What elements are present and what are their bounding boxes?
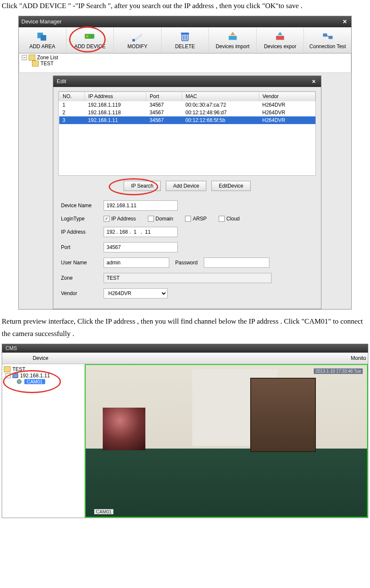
port-label: Port xyxy=(61,244,104,250)
modify-icon xyxy=(131,31,144,42)
edit-dialog: Edit × NO. IP Address Port MAC Vendor 11… xyxy=(53,75,321,309)
add-device-button[interactable]: ADD DEVICE xyxy=(66,27,114,53)
instruction-text-2: Return preview interface, Click the IP a… xyxy=(2,316,368,340)
table-row[interactable]: 1192.168.1.1193456700:0c:30:a7:ca:72H264… xyxy=(59,101,315,109)
cms-title: CMS xyxy=(6,345,17,351)
edit-title: Edit xyxy=(57,78,66,84)
connection-test-button[interactable]: Connection Test xyxy=(304,27,351,53)
login-type-label: LoginType xyxy=(61,216,104,222)
edit-device-button[interactable]: EditDevice xyxy=(211,181,250,191)
table-row-selected[interactable]: 3192.168.1.113456700:12:12:66:5f:5bH264D… xyxy=(59,116,315,124)
device-search-grid[interactable]: NO. IP Address Port MAC Vendor 1192.168.… xyxy=(58,91,316,176)
folder-icon xyxy=(29,55,35,61)
video-scene-door xyxy=(250,378,316,452)
svg-rect-16 xyxy=(329,36,332,39)
devices-export-button[interactable]: Devices expor xyxy=(257,27,304,53)
cms-body: TEST – 192.168.1.11 CAM01 2013-1-10 17:3… xyxy=(2,364,368,518)
delete-button[interactable]: DELETE xyxy=(162,27,209,53)
col-ip[interactable]: IP Address xyxy=(85,92,146,101)
login-type-cloud[interactable]: Cloud xyxy=(219,216,240,222)
login-type-domain[interactable]: Domain xyxy=(148,216,173,222)
device-manager-window: Device Manager × ADD AREA ADD DEVICE MOD… xyxy=(18,16,352,310)
video-channel-label: CAM01 xyxy=(94,509,113,514)
close-icon[interactable]: × xyxy=(341,18,349,26)
devices-import-button[interactable]: Devices import xyxy=(209,27,257,53)
dm-title: Device Manager xyxy=(21,18,62,25)
add-area-icon xyxy=(36,31,49,42)
login-type-arsp[interactable]: ARSP xyxy=(185,216,207,222)
instruction-text-1: Click "ADD DEVICE " -"IP Search ", after… xyxy=(2,0,368,12)
folder-icon xyxy=(32,61,39,67)
vendor-select[interactable]: H264DVR xyxy=(104,288,168,298)
tab-monitor[interactable]: Monito xyxy=(341,355,368,361)
col-port[interactable]: Port xyxy=(146,92,182,101)
import-icon xyxy=(226,31,239,42)
folder-icon xyxy=(4,366,11,372)
svg-rect-11 xyxy=(228,36,237,40)
video-viewport[interactable]: 2013-1-10 17:33:48 Tue CAM01 xyxy=(85,364,368,518)
vendor-label: Vendor xyxy=(61,290,104,296)
dm-body: –Zone List TEST Edit × NO. IP Address Po… xyxy=(19,53,351,309)
cms-device-tree[interactable]: TEST – 192.168.1.11 CAM01 xyxy=(2,364,85,518)
zone-field xyxy=(104,273,272,283)
zone-label: Zone xyxy=(61,275,104,281)
ip-address-field[interactable] xyxy=(104,227,178,237)
password-label: Password xyxy=(169,260,204,266)
dm-titlebar: Device Manager × xyxy=(19,16,351,27)
login-type-ip[interactable]: ✓IP Address xyxy=(104,216,136,222)
svg-rect-1 xyxy=(41,35,46,41)
modify-button[interactable]: MODIFY xyxy=(114,27,162,53)
svg-rect-13 xyxy=(276,36,284,40)
add-device-dialog-button[interactable]: Add Device xyxy=(166,181,206,191)
zone-tree[interactable]: –Zone List TEST xyxy=(19,53,351,73)
dm-toolbar: ADD AREA ADD DEVICE MODIFY DELETE Device… xyxy=(19,27,351,53)
edit-titlebar: Edit × xyxy=(53,76,321,87)
collapse-icon[interactable]: – xyxy=(22,55,27,60)
delete-icon xyxy=(179,31,191,42)
svg-rect-5 xyxy=(133,39,135,41)
close-icon[interactable]: × xyxy=(310,78,318,85)
col-vendor[interactable]: Vendor xyxy=(259,92,315,101)
username-label: User Name xyxy=(61,260,104,266)
cms-window: CMS Device Monito TEST – 192.168.1.11 CA… xyxy=(2,344,368,518)
username-field[interactable] xyxy=(104,258,169,268)
ip-address-label: IP Address xyxy=(61,229,104,235)
export-icon xyxy=(274,31,286,42)
svg-marker-12 xyxy=(230,32,235,35)
video-scene-vase xyxy=(103,408,145,450)
device-name-field[interactable] xyxy=(104,200,178,211)
device-form: Device Name LoginType ✓IP Address Domain… xyxy=(53,196,321,309)
connection-test-icon xyxy=(321,31,334,42)
add-area-button[interactable]: ADD AREA xyxy=(19,27,66,53)
search-button-row: IP Search Add Device EditDevice xyxy=(53,181,321,191)
col-no[interactable]: NO. xyxy=(59,92,85,101)
col-mac[interactable]: MAC xyxy=(182,92,259,101)
svg-rect-10 xyxy=(181,32,189,34)
svg-rect-15 xyxy=(323,33,327,37)
cms-tabbar: Device Monito xyxy=(2,353,368,364)
tab-device[interactable]: Device xyxy=(2,355,79,361)
device-name-label: Device Name xyxy=(61,203,104,209)
cms-titlebar: CMS xyxy=(2,344,368,353)
svg-marker-14 xyxy=(278,32,283,35)
svg-line-17 xyxy=(327,35,329,38)
port-field[interactable] xyxy=(104,242,178,252)
password-field[interactable] xyxy=(204,258,269,268)
tree-child-label: TEST xyxy=(40,61,54,67)
tree-root-label: Zone List xyxy=(37,55,58,61)
table-row[interactable]: 2192.168.1.1183456700:12:12:48:96:d7H264… xyxy=(59,109,315,116)
video-osd-timestamp: 2013-1-10 17:33:48 Tue xyxy=(314,368,363,374)
